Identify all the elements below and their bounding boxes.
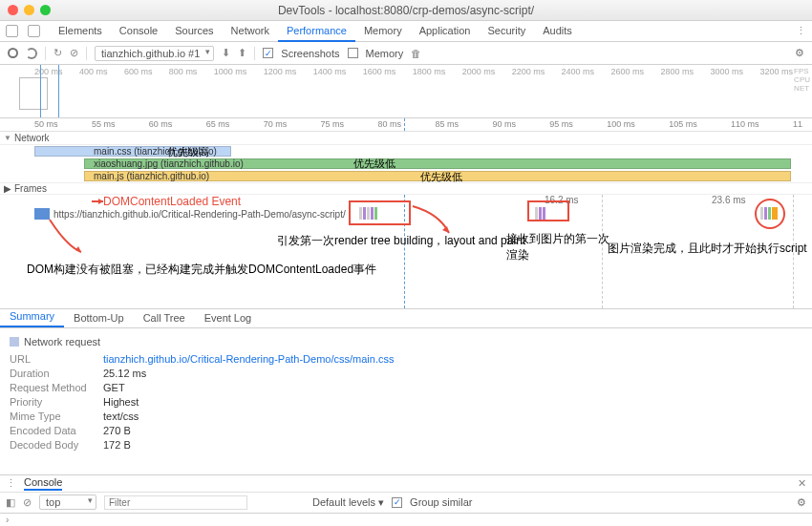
console-tab[interactable]: Console — [24, 476, 62, 491]
summary-tab-summary[interactable]: Summary — [0, 306, 64, 327]
tab-network[interactable]: Network — [223, 21, 278, 42]
memory-checkbox[interactable] — [348, 48, 358, 58]
drawer-gear-icon[interactable]: ⚙ — [797, 496, 806, 509]
priority-low-js: 优先级低 — [420, 170, 462, 184]
overview-right-labels: FPSCPUNET — [794, 67, 810, 93]
network-section-header[interactable]: ▼Network — [0, 132, 812, 145]
gear-icon[interactable]: ⚙ — [795, 47, 804, 59]
annotation-3: 接收到图片的第一次渲染 — [506, 231, 611, 263]
summary-url-link[interactable]: tianzhich.github.io/Critical-Rendering-P… — [103, 353, 394, 365]
tab-application[interactable]: Application — [411, 21, 480, 42]
record-icon[interactable] — [8, 48, 18, 58]
task-group-2[interactable] — [535, 206, 545, 220]
eye-icon[interactable]: ◧ — [6, 496, 15, 509]
tab-memory[interactable]: Memory — [355, 21, 411, 42]
annotation-box-2 — [527, 200, 569, 221]
tab-sources[interactable]: Sources — [166, 21, 222, 42]
main-pane[interactable]: https://tianzhich.github.io/Critical-Ren… — [0, 195, 812, 309]
clear-icon[interactable]: ⊘ — [70, 47, 78, 59]
clear-console-icon[interactable]: ⊘ — [23, 496, 32, 509]
trash-icon[interactable]: 🗑 — [411, 48, 421, 59]
priority-low-jpg: 优先级低 — [353, 157, 395, 171]
context-dropdown[interactable]: top — [39, 494, 96, 510]
window-title: DevTools - localhost:8080/crp-demos/asyn… — [0, 4, 812, 17]
summary-tab-bottomup[interactable]: Bottom-Up — [64, 308, 134, 327]
console-filter-input[interactable] — [104, 495, 247, 510]
more-icon[interactable]: ⋮ — [796, 25, 806, 37]
overview-pane[interactable]: 200 ms400 ms600 ms800 ms 1000 ms1200 ms1… — [0, 65, 812, 118]
annotation-2: 引发第一次render tree building，layout and pai… — [277, 233, 525, 249]
tab-security[interactable]: Security — [479, 21, 534, 42]
panel-tabs: Elements Console Sources Network Perform… — [50, 21, 581, 42]
dcl-label: DOMContentLoaded Event — [103, 195, 241, 208]
network-rows: main.css (tianzhich.github.io) 优先级高 xiao… — [0, 145, 812, 183]
memory-label: Memory — [366, 48, 404, 59]
tab-performance[interactable]: Performance — [278, 21, 355, 42]
network-label-js: main.js (tianzhich.github.io) — [94, 171, 209, 181]
levels-dropdown[interactable]: Default levels ▾ — [312, 496, 384, 509]
group-similar-checkbox[interactable] — [392, 497, 402, 508]
main-toolbar: Elements Console Sources Network Perform… — [0, 21, 812, 42]
summary-tab-calltree[interactable]: Call Tree — [134, 308, 195, 327]
tab-console[interactable]: Console — [111, 21, 166, 42]
summary-tab-eventlog[interactable]: Event Log — [195, 308, 262, 327]
profile-dropdown[interactable]: tianzhich.github.io #1 — [95, 46, 214, 61]
tab-elements[interactable]: Elements — [50, 21, 111, 42]
load-icon[interactable]: ⬆ — [238, 47, 246, 59]
task-group-3[interactable] — [760, 206, 778, 220]
frames-section-header[interactable]: ▶Frames — [0, 183, 812, 195]
inspect-icon[interactable] — [6, 25, 18, 37]
group-similar-label: Group similar — [410, 496, 472, 508]
annotation-1: DOM构建没有被阻塞，已经构建完成并触发DOMContentLoaded事件 — [27, 262, 376, 278]
drawer-close-icon[interactable]: ✕ — [798, 477, 806, 490]
tab-audits[interactable]: Audits — [534, 21, 581, 42]
perf-toolbar: ↻ ⊘ tianzhich.github.io #1 ⬇ ⬆ Screensho… — [0, 42, 812, 65]
detail-ruler[interactable]: 50 ms55 ms60 ms65 ms 70 ms75 ms80 ms85 m… — [0, 118, 812, 132]
network-swatch-icon — [10, 337, 19, 347]
annotation-4: 图片渲染完成，且此时才开始执行script — [608, 241, 807, 257]
status-bar: › — [0, 513, 812, 526]
history-icon[interactable]: ↻ — [53, 47, 62, 59]
duration-2: 23.6 ms — [712, 195, 746, 205]
annotation-box-1 — [349, 200, 411, 225]
main-url: https://tianzhich.github.io/Critical-Ren… — [53, 209, 346, 220]
summary-tabs: Summary Bottom-Up Call Tree Event Log — [0, 309, 812, 328]
device-icon[interactable] — [28, 25, 40, 37]
titlebar: DevTools - localhost:8080/crp-demos/asyn… — [0, 0, 812, 21]
drawer-menu-icon[interactable]: ⋮ — [6, 477, 16, 490]
screenshots-checkbox[interactable] — [263, 48, 273, 58]
priority-high: 优先级高 — [167, 145, 209, 159]
reload-icon[interactable] — [26, 48, 37, 59]
screenshots-label: Screenshots — [281, 48, 339, 59]
save-icon[interactable]: ⬇ — [222, 47, 230, 59]
overview-ticks: 200 ms400 ms600 ms800 ms 1000 ms1200 ms1… — [34, 67, 793, 76]
console-drawer: ⋮ Console ✕ ◧ ⊘ top Default levels ▾ Gro… — [0, 474, 812, 513]
overview-selection[interactable] — [40, 65, 59, 117]
summary-body: Network request URLtianzhich.github.io/C… — [0, 328, 812, 461]
summary-title: Network request — [24, 336, 100, 347]
network-label-jpg: xiaoshuang.jpg (tianzhich.github.io) — [94, 158, 244, 169]
task-group-1[interactable] — [359, 206, 377, 220]
